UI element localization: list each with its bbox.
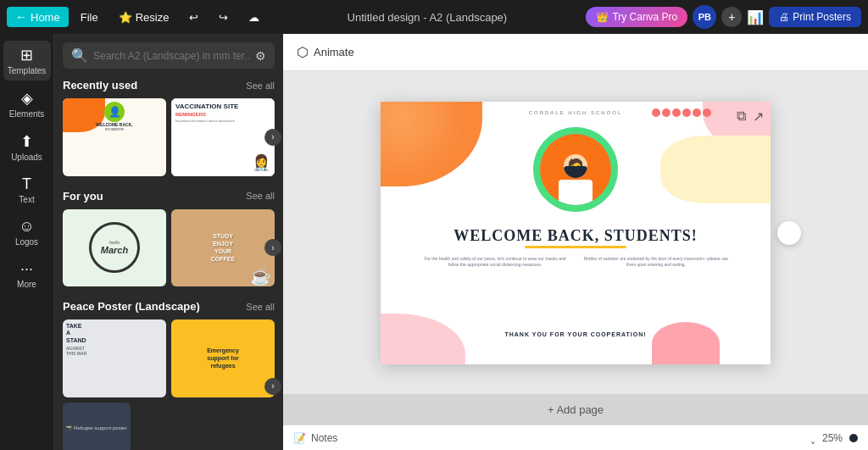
animate-icon: ⬡: [297, 44, 309, 60]
shape-pink-bottom-left: [381, 314, 465, 364]
red-circle: [662, 108, 670, 117]
resize-icon: ⭐: [119, 11, 132, 24]
icon-sidebar: ⊞ Templates ◈ Elements ⬆ Uploads T Text …: [0, 34, 54, 450]
logos-icon: ☺: [19, 218, 34, 236]
sidebar-item-label: Uploads: [11, 153, 42, 162]
try-pro-label: Try Canva Pro: [612, 11, 677, 23]
for-you-grid: hello March STUDYENJOYYOURCOFFEE ☕ ›: [63, 209, 275, 287]
add-page-bar[interactable]: + Add page: [283, 394, 868, 425]
peace-poster-see-all[interactable]: See all: [246, 302, 275, 312]
canvas-scroll: ⧉ ↗ CORDALE HIGH SCHOOL 🧑: [283, 71, 868, 394]
top-navigation: ← Home File ⭐ Resize ↩ ↪ ☁ Untitled desi…: [0, 0, 868, 34]
search-bar: 🔍 ⚙: [63, 42, 275, 69]
template-welcome-back[interactable]: WELCOME BACK, STUDENTS! 👤: [63, 98, 166, 176]
cloud-icon: ☁: [248, 11, 259, 24]
home-button[interactable]: ← Home: [7, 7, 69, 27]
red-circle: [672, 108, 681, 117]
avatar[interactable]: PB: [693, 5, 716, 29]
peace-poster-title: Peace Poster (Landscape): [63, 300, 200, 313]
copy-icon[interactable]: ⧉: [737, 108, 746, 125]
person-circle-inner: 🧑: [540, 134, 611, 205]
zoom-slider-handle[interactable]: [849, 434, 858, 442]
sidebar-item-text[interactable]: T Text: [3, 170, 51, 209]
file-label: File: [81, 11, 98, 24]
peace-poster-grid: TAKEASTAND AGAINSTTHIS WAR Emergencysupp…: [63, 319, 275, 450]
templates-panel: 🔍 ⚙ Recently used See all WELCOME BACK, …: [54, 34, 283, 450]
recently-used-see-all[interactable]: See all: [246, 81, 275, 91]
refresh-button[interactable]: ↻: [777, 221, 801, 245]
uploads-icon: ⬆: [20, 132, 33, 151]
for-you-see-all[interactable]: See all: [246, 191, 275, 201]
crown-icon: 👑: [596, 11, 609, 23]
try-pro-button[interactable]: 👑 Try Canva Pro: [586, 7, 687, 27]
canvas-action-icons: ⧉ ↗: [737, 108, 764, 125]
sidebar-item-label: Elements: [9, 109, 45, 119]
undo-button[interactable]: ↩: [181, 8, 207, 27]
resize-button[interactable]: ⭐ Resize: [110, 8, 178, 27]
template-refugee[interactable]: 📸 Refugee support poster: [63, 403, 131, 451]
title-underline: [525, 246, 626, 248]
sidebar-item-more[interactable]: ··· More: [3, 255, 51, 294]
peace-poster-section-header: Peace Poster (Landscape) See all: [63, 300, 275, 313]
red-circle: [703, 108, 711, 117]
person-head: 🧑: [564, 154, 587, 178]
sidebar-item-elements[interactable]: ◈ Elements: [3, 84, 51, 124]
print-label: Print Posters: [793, 11, 851, 23]
animate-label: Animate: [314, 46, 354, 58]
notes-icon: 📝: [293, 432, 306, 444]
print-button[interactable]: 🖨 Print Posters: [769, 7, 861, 27]
for-you-title: For you: [63, 190, 103, 203]
undo-icon: ↩: [189, 11, 198, 24]
person-mask: [564, 166, 587, 178]
template-vaccination[interactable]: VACCINATION SITE REMINDERS Important inf…: [171, 98, 275, 176]
home-icon: ←: [15, 10, 27, 24]
canvas-area: ⬡ Animate: [283, 34, 868, 450]
template-coffee[interactable]: STUDYENJOYYOURCOFFEE ☕: [171, 209, 275, 287]
template-emergency[interactable]: Emergencysupport forrefugees: [171, 319, 275, 397]
peace-poster-next-arrow[interactable]: ›: [264, 378, 281, 395]
shape-beige-right: [660, 136, 771, 203]
zoom-level: 25%: [822, 432, 843, 444]
nav-right-actions: 👑 Try Canva Pro PB + 📊 🖨 Print Posters: [586, 5, 861, 29]
for-you-next-arrow[interactable]: ›: [264, 239, 281, 256]
add-collaborator-button[interactable]: +: [721, 7, 742, 27]
person-circle-outer: 🧑: [533, 127, 618, 212]
animate-button[interactable]: ⬡ Animate: [297, 44, 354, 60]
sidebar-item-logos[interactable]: ☺ Logos: [3, 213, 51, 252]
more-icon: ···: [20, 260, 33, 278]
template-march[interactable]: hello March: [63, 209, 166, 287]
sidebar-item-label: Text: [19, 195, 34, 204]
main-layout: ⊞ Templates ◈ Elements ⬆ Uploads T Text …: [0, 34, 868, 450]
filter-icon[interactable]: ⚙: [255, 49, 266, 63]
sidebar-item-uploads[interactable]: ⬆ Uploads: [3, 127, 51, 167]
red-circle: [693, 108, 701, 117]
design-canvas[interactable]: ⧉ ↗ CORDALE HIGH SCHOOL 🧑: [381, 102, 771, 364]
bottom-bar: 📝 Notes ˬ 25%: [283, 425, 868, 450]
resize-label: Resize: [136, 11, 170, 24]
body-text-left: For the health and safety of our peers, …: [420, 256, 570, 269]
template-take-stand[interactable]: TAKEASTAND AGAINSTTHIS WAR: [63, 319, 166, 397]
document-title: Untitled design - A2 (Landscape): [271, 11, 582, 24]
search-input[interactable]: [93, 50, 250, 62]
file-button[interactable]: File: [72, 8, 107, 27]
recently-used-next-arrow[interactable]: ›: [264, 129, 281, 146]
zoom-out-icon[interactable]: ˬ: [810, 432, 815, 444]
thank-you-text: THANK YOU FOR YOUR COOPERATION!: [504, 331, 646, 337]
recently-used-section-header: Recently used See all: [63, 79, 275, 92]
analytics-icon[interactable]: 📊: [747, 9, 764, 25]
share-icon[interactable]: ↗: [753, 108, 764, 125]
shape-pink-bottom-right: [652, 322, 720, 364]
sidebar-item-templates[interactable]: ⊞ Templates: [3, 41, 51, 81]
notes-button[interactable]: 📝 Notes: [293, 432, 337, 444]
notes-label: Notes: [311, 432, 337, 444]
sidebar-item-label: Logos: [15, 237, 38, 247]
red-circle: [652, 108, 660, 117]
cloud-button[interactable]: ☁: [240, 8, 268, 27]
redo-button[interactable]: ↪: [210, 8, 236, 27]
redo-icon: ↪: [219, 11, 228, 24]
sidebar-item-label: Templates: [8, 66, 47, 75]
red-circle: [682, 108, 691, 117]
school-name: CORDALE HIGH SCHOOL: [529, 110, 623, 115]
shape-orange-top-left: [381, 102, 482, 186]
zoom-controls: ˬ 25%: [810, 432, 858, 444]
